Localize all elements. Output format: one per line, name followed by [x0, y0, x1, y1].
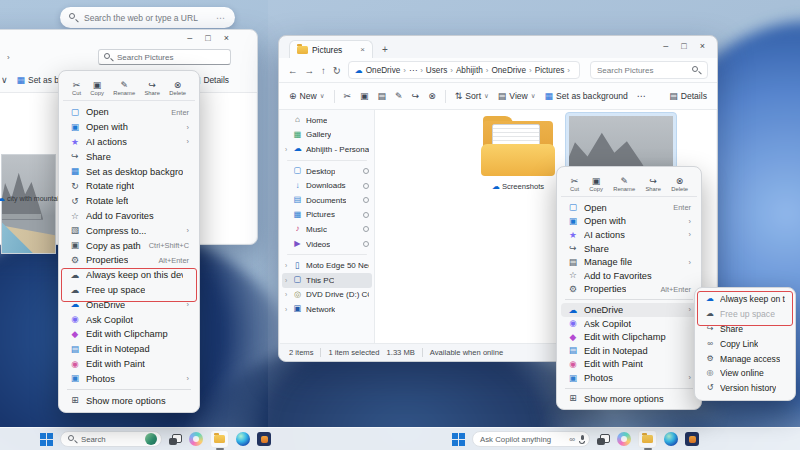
menu-item[interactable]: ★ AI actions ›	[63, 135, 195, 150]
submenu-item[interactable]: ◎ View online	[699, 366, 791, 381]
menu-item[interactable]: ☁ OneDrive ›	[63, 297, 195, 312]
forward-button[interactable]: →	[305, 65, 315, 76]
menu-item[interactable]: ◆ Edit with Clipchamp	[63, 327, 195, 342]
menu-item[interactable]: ⚙ Properties Alt+Enter	[561, 283, 697, 297]
copy-button[interactable]: ▣Copy	[589, 176, 603, 192]
menu-item[interactable]: ▢ Open Enter	[561, 201, 697, 215]
breadcrumb[interactable]: ›	[7, 53, 10, 62]
paste-icon[interactable]: ▤	[378, 91, 387, 101]
view-button[interactable]: ▤ View ∨	[498, 91, 536, 101]
taskbar-search-pill[interactable]: Search	[60, 431, 162, 447]
breadcrumb-item[interactable]: Users ›	[426, 66, 453, 75]
web-search-widget[interactable]: Search the web or type a URL ⋯	[60, 7, 235, 28]
sidebar-item[interactable]: › ▣ Network	[282, 302, 372, 317]
maximize-button[interactable]: □	[681, 41, 686, 51]
pinned-app-icon[interactable]	[685, 432, 699, 446]
breadcrumb-item[interactable]: OneDrive ›	[366, 66, 406, 75]
submenu-item[interactable]: ⚙ Manage access	[699, 351, 791, 366]
cut-button[interactable]: ✂Cut	[570, 176, 579, 192]
menu-item[interactable]: ⊞ Show more options	[561, 392, 697, 406]
search-input[interactable]: Search Pictures	[98, 49, 231, 65]
menu-item[interactable]: ⚙ Properties Alt+Enter	[63, 253, 195, 268]
menu-item[interactable]: ☁ Always keep on this device	[63, 268, 195, 283]
photo-filename[interactable]: ☁ city with mountains	[0, 194, 66, 203]
search-input[interactable]: Search Pictures	[590, 61, 708, 79]
sidebar-item[interactable]: ♪ Music	[282, 222, 372, 237]
menu-item[interactable]: ◉ Ask Copilot	[561, 317, 697, 331]
folder-tile-screenshots[interactable]: ☁ Screenshots	[475, 116, 561, 191]
close-button[interactable]: ×	[224, 33, 229, 43]
sidebar-item[interactable]: › ◎ DVD Drive (D:) CCC	[282, 288, 372, 303]
set-as-background-button[interactable]: ▦ Set as background	[545, 91, 628, 101]
delete-icon[interactable]: ⊗	[428, 91, 436, 101]
more-options-icon[interactable]: ⋯	[637, 91, 646, 101]
breadcrumb-item[interactable]: OneDrive ›	[491, 66, 531, 75]
menu-item[interactable]: ⊞ Show more options	[63, 393, 195, 408]
breadcrumb-item[interactable]: Pictures ›	[535, 66, 570, 75]
microphone-icon[interactable]	[579, 435, 585, 444]
menu-item[interactable]: ▤ Edit in Notepad	[561, 344, 697, 358]
breadcrumb[interactable]: ☁ OneDrive › ⋯ › Users › Abhijith	[348, 61, 580, 79]
menu-item[interactable]: ↻ Rotate right	[63, 179, 195, 194]
breadcrumb-item[interactable]: Abhijith ›	[456, 66, 489, 75]
menu-item[interactable]: ☆ Add to Favorites	[63, 209, 195, 224]
menu-item[interactable]: ▣ Open with ›	[561, 215, 697, 229]
delete-button[interactable]: ⊗Delete	[671, 176, 688, 192]
menu-item[interactable]: ▤ Manage file ›	[561, 255, 697, 269]
copy-button[interactable]: ▣Copy	[90, 80, 104, 96]
share-icon[interactable]: ↪	[412, 91, 420, 101]
edge-browser-icon[interactable]	[664, 432, 678, 446]
refresh-button[interactable]: ↻	[333, 65, 341, 76]
sidebar-item[interactable]: ⌂ Home	[282, 113, 372, 128]
pinned-app-icon[interactable]	[257, 432, 271, 446]
task-view-icon[interactable]	[597, 434, 610, 445]
menu-item[interactable]: ▧ Compress to... ›	[63, 223, 195, 238]
sidebar-item[interactable]: › ▢ This PC	[282, 273, 372, 288]
menu-item[interactable]: ◉ Edit with Paint	[63, 357, 195, 372]
file-explorer-icon-active[interactable]	[210, 430, 229, 448]
share-button[interactable]: ↪Share	[645, 176, 660, 192]
submenu-item[interactable]: ☁ Always keep on this device	[699, 292, 791, 307]
sidebar-item[interactable]: ▦ Gallery	[282, 128, 372, 143]
task-view-icon[interactable]	[169, 434, 182, 445]
sidebar-item[interactable]: ▤ Documents	[282, 193, 372, 208]
tab-pictures[interactable]: Pictures ×	[289, 40, 373, 58]
file-explorer-icon-active[interactable]	[638, 430, 657, 448]
rename-button[interactable]: ✎Rename	[613, 176, 635, 192]
more-options-icon[interactable]: ⋯	[216, 13, 226, 23]
minimize-button[interactable]: –	[663, 41, 668, 51]
up-button[interactable]: ↑	[321, 65, 326, 76]
submenu-item[interactable]: ↺ Version history	[699, 381, 791, 396]
menu-item[interactable]: ★ AI actions ›	[561, 228, 697, 242]
chevron-expand-icon[interactable]: ›	[285, 306, 292, 313]
menu-item[interactable]: ▣ Photos ›	[561, 371, 697, 385]
menu-item[interactable]: ↪ Share	[63, 149, 195, 164]
menu-item[interactable]: ◆ Edit with Clipchamp	[561, 330, 697, 344]
menu-item[interactable]: ☁ OneDrive ›	[561, 303, 697, 317]
menu-item[interactable]: ↺ Rotate left	[63, 194, 195, 209]
menu-item[interactable]: ◉ Edit with Paint	[561, 358, 697, 372]
sidebar-item[interactable]: ▦ Pictures	[282, 208, 372, 223]
menu-item[interactable]: ▣ Copy as path Ctrl+Shift+C	[63, 238, 195, 253]
submenu-item[interactable]: ∞ Copy Link	[699, 336, 791, 351]
submenu-item[interactable]: ☁ Free up space	[699, 307, 791, 322]
menu-item[interactable]: ☁ Free up space	[63, 283, 195, 298]
windows-start-icon[interactable]	[40, 433, 53, 446]
menu-item[interactable]: ▣ Open with ›	[63, 120, 195, 135]
chevron-down-icon[interactable]: ∨	[1, 75, 8, 85]
new-tab-button[interactable]: +	[382, 44, 388, 58]
copy-icon[interactable]: ▣	[360, 91, 369, 101]
menu-item[interactable]: ☆ Add to Favorites	[561, 269, 697, 283]
chevron-expand-icon[interactable]: ›	[285, 262, 292, 269]
copilot-icon[interactable]	[617, 432, 631, 446]
minimize-button[interactable]: –	[187, 33, 192, 43]
menu-item[interactable]: ◉ Ask Copilot	[63, 312, 195, 327]
back-button[interactable]: ←	[288, 65, 298, 76]
submenu-item[interactable]: ↪ Share	[699, 322, 791, 337]
sidebar-item[interactable]: ▶ Videos	[282, 237, 372, 252]
menu-item[interactable]: ▦ Set as desktop background	[63, 164, 195, 179]
menu-item[interactable]: ▣ Photos ›	[63, 371, 195, 386]
photo-thumbnail[interactable]	[1, 154, 56, 254]
maximize-button[interactable]: □	[205, 33, 210, 43]
sidebar-item[interactable]: ↓ Downloads	[282, 178, 372, 193]
